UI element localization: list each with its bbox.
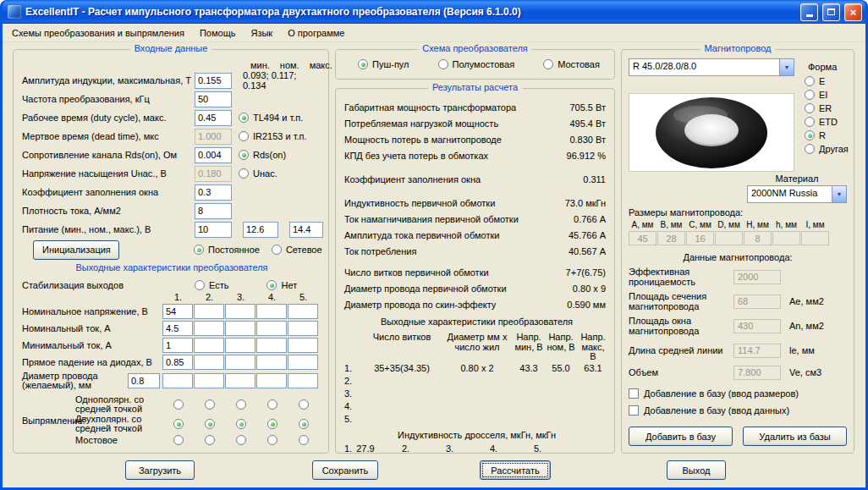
rect-radio-bridge[interactable] <box>236 435 246 445</box>
rds-on-input[interactable] <box>195 147 232 163</box>
output-row: Номинальное напряжение, В <box>22 303 321 320</box>
usat-label: Напряжение насыщения Uнас., В <box>22 168 195 179</box>
rect-radio-bridge[interactable] <box>267 435 277 445</box>
radio-bridge[interactable]: Мостовая <box>543 59 600 69</box>
diode-drop-cell[interactable] <box>225 355 255 370</box>
rect-radio-bridge[interactable] <box>205 435 215 445</box>
nominal-current-cell[interactable] <box>225 321 255 336</box>
duty-cycle-label: Рабочее время (duty cycle), макс. <box>22 113 195 123</box>
input-row: Рабочее время (duty cycle), макс. TL494 … <box>22 108 321 127</box>
minimal-current-cell[interactable] <box>162 338 193 353</box>
rect-radio-bipolar[interactable] <box>205 419 215 429</box>
radio-tl494[interactable]: TL494 и т.п. <box>239 113 303 123</box>
radio-half-bridge[interactable]: Полумостовая <box>438 59 515 69</box>
dim-value-cell <box>772 231 800 245</box>
header-umax: Напр. макс, В <box>578 333 608 362</box>
titlebar[interactable]: ExcellentIT - Расчет импульсного трансфо… <box>3 0 865 24</box>
radio-ir2153[interactable]: IR2153 и т.п. <box>239 131 307 141</box>
minimal-current-cell[interactable] <box>288 338 318 353</box>
rect-radio-unipolar[interactable] <box>205 399 215 410</box>
menu-item-about[interactable]: О программе <box>280 25 352 41</box>
supply-max-input[interactable] <box>289 222 323 238</box>
radio-rds-on[interactable]: Rds(on) <box>239 150 286 160</box>
minimize-button[interactable] <box>800 3 818 21</box>
radio-push-pull[interactable]: Пуш-пул <box>358 59 409 69</box>
add-to-db-button[interactable]: Добавить в базу <box>629 427 733 446</box>
radio-usat[interactable]: Uнас. <box>239 168 277 179</box>
nominal-current-cell[interactable] <box>162 321 193 336</box>
radio-shape-er[interactable]: ER <box>805 102 849 115</box>
rect-radio-bipolar[interactable] <box>299 419 309 429</box>
induction-max-input[interactable] <box>195 73 232 89</box>
delete-from-db-button[interactable]: Удалить из базы <box>743 427 847 446</box>
diode-drop-cell[interactable] <box>256 355 287 370</box>
wire-diameter-cell[interactable] <box>162 373 193 388</box>
nominal-voltage-cell[interactable] <box>194 304 224 319</box>
radio-shape-r[interactable]: R <box>805 129 849 142</box>
init-button[interactable]: Инициализация <box>33 240 119 260</box>
wire-diameter-default-input[interactable] <box>128 373 160 388</box>
radio-shape-ei[interactable]: EI <box>805 88 849 102</box>
radio-shape-etd[interactable]: ETD <box>805 115 849 129</box>
wire-diameter-cell[interactable] <box>225 373 255 388</box>
rect-radio-unipolar[interactable] <box>236 399 246 410</box>
nominal-voltage-cell[interactable] <box>256 304 287 319</box>
wire-diameter-cell[interactable] <box>256 373 287 388</box>
window-area-label: Площадь окна магнитопровода <box>629 316 733 336</box>
rect-radio-unipolar[interactable] <box>267 399 277 410</box>
nominal-current-cell[interactable] <box>256 321 287 336</box>
minimal-current-cell[interactable] <box>225 338 255 353</box>
wire-diameter-cell[interactable] <box>288 373 318 388</box>
dropdown-arrow-icon[interactable]: ▼ <box>832 186 846 202</box>
nominal-current-cell[interactable] <box>194 321 224 336</box>
dropdown-arrow-icon[interactable]: ▼ <box>779 59 794 75</box>
save-button[interactable]: Сохранить <box>312 460 378 480</box>
calculate-button[interactable]: Рассчитать <box>480 460 551 480</box>
core-type-combo[interactable]: R 45.0/28.0/8.0 ▼ <box>629 58 794 76</box>
nominal-voltage-cell[interactable] <box>225 304 255 319</box>
minimal-current-cell[interactable] <box>194 338 224 353</box>
material-combo[interactable]: 2000NM Russia ▼ <box>747 185 847 203</box>
diode-drop-cell[interactable] <box>194 355 224 370</box>
minimal-current-cell[interactable] <box>256 338 287 353</box>
supply-min-input[interactable] <box>195 222 232 238</box>
menu-item-language[interactable]: Язык <box>243 25 280 41</box>
result-value: 40.567 А <box>569 246 609 256</box>
rect-radio-bridge[interactable] <box>173 435 184 445</box>
menu-item-help[interactable]: Помощь <box>192 25 244 41</box>
result-value: 0.766 А <box>574 214 609 224</box>
window-fill-input[interactable] <box>195 184 232 201</box>
rect-radio-bridge[interactable] <box>299 435 309 445</box>
supply-nom-input[interactable] <box>243 222 278 238</box>
radio-stab-yes[interactable]: Есть <box>195 280 228 290</box>
dead-time-input[interactable] <box>195 129 232 145</box>
add-to-db-size-checkbox[interactable]: Добавление в базу (ввод размеров) <box>629 386 847 401</box>
radio-stab-no[interactable]: Нет <box>266 280 297 290</box>
radio-shape-other[interactable]: Другая <box>805 142 849 156</box>
rect-radio-unipolar[interactable] <box>173 399 184 410</box>
nominal-current-cell[interactable] <box>288 321 318 336</box>
current-density-input[interactable] <box>195 203 232 219</box>
exit-button[interactable]: Выход <box>667 460 726 480</box>
rect-radio-unipolar[interactable] <box>299 399 309 410</box>
dim-header: h, мм <box>772 220 800 231</box>
radio-shape-e[interactable]: E <box>805 74 849 88</box>
duty-cycle-input[interactable] <box>195 110 232 126</box>
close-button[interactable]: × <box>844 3 862 21</box>
diode-drop-cell[interactable] <box>288 355 318 370</box>
diode-drop-cell[interactable] <box>162 355 193 370</box>
usat-input[interactable] <box>195 166 232 182</box>
load-button[interactable]: Загрузить <box>125 460 195 480</box>
nominal-voltage-cell[interactable] <box>288 304 318 319</box>
maximize-button[interactable] <box>822 3 840 21</box>
rect-radio-bipolar[interactable] <box>236 419 246 429</box>
wire-diameter-cell[interactable] <box>194 373 224 388</box>
rect-radio-bipolar[interactable] <box>173 419 184 429</box>
frequency-input[interactable] <box>195 91 232 107</box>
add-to-db-data-checkbox[interactable]: Добавление в базу (ввод данных) <box>629 403 847 418</box>
menu-item-schemes[interactable]: Схемы преобразования и выпрямления <box>4 25 192 41</box>
nominal-voltage-cell[interactable] <box>162 304 193 319</box>
radio-dc-supply[interactable]: Постоянное <box>194 245 260 255</box>
rect-radio-bipolar[interactable] <box>267 419 277 429</box>
radio-ac-supply[interactable]: Сетевое <box>272 245 322 255</box>
